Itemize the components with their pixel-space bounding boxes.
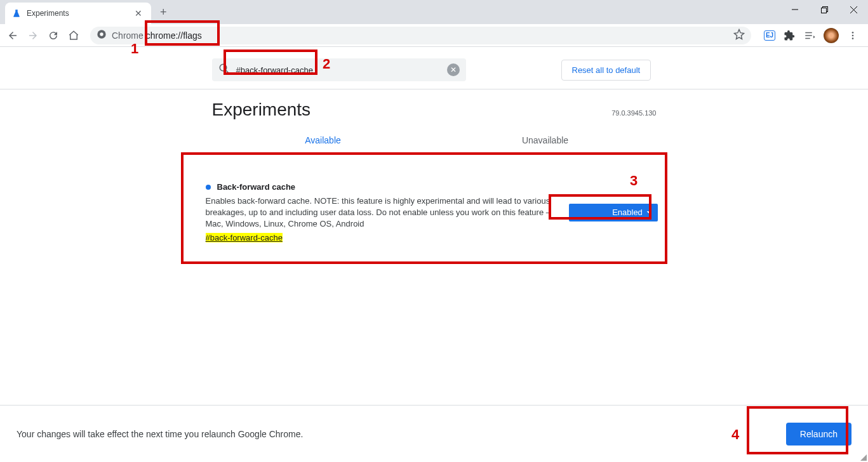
reading-list-icon[interactable]: [803, 29, 816, 42]
flag-card: Back-forward cache Enables back-forward …: [193, 163, 676, 262]
annotation-label-2: 2: [323, 56, 330, 72]
svg-point-7: [852, 32, 854, 34]
search-icon: [218, 63, 230, 77]
svg-point-8: [852, 34, 854, 36]
version-text: 79.0.3945.130: [611, 109, 656, 117]
reload-button[interactable]: [44, 27, 62, 44]
new-tab-button[interactable]: +: [156, 4, 171, 20]
back-button[interactable]: [4, 27, 22, 44]
svg-rect-2: [821, 8, 826, 13]
forward-button[interactable]: [24, 27, 42, 44]
menu-icon[interactable]: [846, 29, 859, 42]
url-text: Chrome chrome://flags: [112, 30, 202, 41]
tabs-row: Available Unavailable: [212, 135, 657, 153]
maximize-button[interactable]: [810, 0, 839, 19]
profile-avatar[interactable]: [824, 28, 839, 43]
svg-point-6: [100, 32, 103, 36]
relaunch-message: Your changes will take effect the next t…: [17, 429, 303, 439]
svg-line-11: [225, 70, 229, 73]
svg-point-10: [220, 64, 227, 71]
header-row: Experiments 79.0.3945.130: [212, 100, 657, 120]
reset-all-button[interactable]: Reset all to default: [561, 60, 651, 81]
flag-indicator-icon: [206, 185, 211, 190]
scroll-corner: [860, 454, 867, 461]
window-controls: [780, 0, 868, 19]
close-window-button[interactable]: [839, 0, 868, 19]
minimize-button[interactable]: [780, 0, 810, 19]
relaunch-button[interactable]: Relaunch: [786, 423, 851, 446]
browser-titlebar: Experiments ✕ +: [0, 0, 868, 24]
tab-title: Experiments: [27, 9, 132, 18]
annotation-label-3: 3: [630, 173, 638, 189]
page-content: #back-forward-cache ✕ Reset all to defau…: [0, 47, 868, 262]
flag-hash-link[interactable]: #back-forward-cache: [206, 233, 283, 242]
browser-tab-experiments[interactable]: Experiments ✕: [5, 3, 151, 24]
tab-close-icon[interactable]: ✕: [132, 8, 145, 18]
annotation-label-4: 4: [731, 426, 739, 443]
clear-search-icon[interactable]: ✕: [447, 63, 460, 76]
flag-description: Enables back-forward cache. NOTE: this f…: [206, 195, 564, 230]
flag-title: Back-forward cache: [217, 182, 296, 192]
page-title: Experiments: [212, 100, 311, 120]
home-button[interactable]: [65, 27, 83, 44]
tab-available[interactable]: Available: [212, 135, 434, 153]
search-query-text: #back-forward-cache: [236, 65, 447, 75]
extensions-icon[interactable]: [783, 29, 796, 42]
translate-icon[interactable]: EJ: [764, 30, 775, 41]
svg-point-9: [852, 37, 854, 39]
address-bar[interactable]: Chrome chrome://flags: [90, 27, 751, 44]
chrome-icon: [97, 29, 107, 42]
flask-icon: [11, 8, 22, 18]
flag-state-select[interactable]: Enabled: [569, 204, 658, 221]
flags-search-input[interactable]: #back-forward-cache ✕: [212, 58, 466, 81]
bookmark-star-icon[interactable]: [733, 29, 745, 43]
tab-unavailable[interactable]: Unavailable: [434, 135, 657, 153]
annotation-label-1: 1: [131, 41, 138, 57]
